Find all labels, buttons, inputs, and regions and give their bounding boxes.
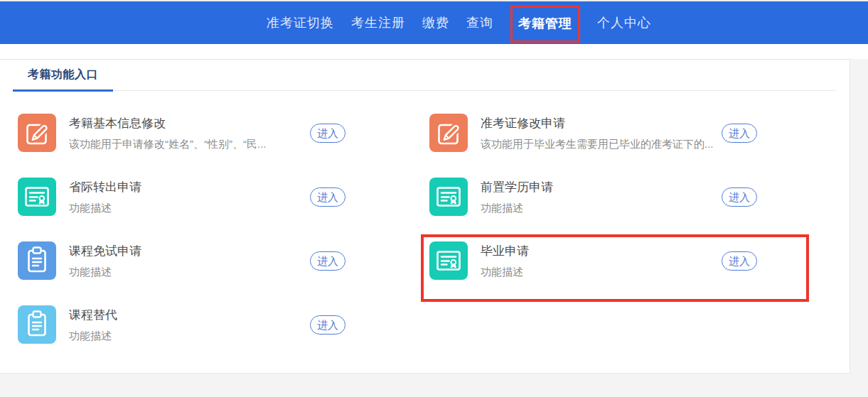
- card-title: 课程替代: [69, 307, 310, 323]
- nav-item-3[interactable]: 查询: [466, 9, 493, 37]
- function-card: 前置学历申请 功能描述 进入: [429, 165, 821, 229]
- edit-icon: [429, 114, 468, 152]
- certificate-icon: [429, 178, 468, 216]
- nav-item-0[interactable]: 准考证切换: [267, 9, 334, 37]
- function-card: 课程免试申请 功能描述 进入: [18, 229, 409, 293]
- function-card: 省际转出申请 功能描述 进入: [18, 165, 409, 229]
- certificate-icon: [18, 178, 56, 216]
- certificate-icon: [429, 241, 468, 280]
- card-text: 毕业申请 功能描述: [481, 243, 722, 279]
- clipboard-icon: [18, 305, 56, 344]
- enter-button[interactable]: 进入: [310, 187, 345, 207]
- card-description: 该功能用于申请修改“姓名”、“性别”、“民...: [69, 138, 310, 151]
- enter-button[interactable]: 进入: [722, 251, 757, 271]
- card-description: 该功能用于毕业考生需要用已毕业的准考证下的...: [481, 138, 722, 151]
- enter-button[interactable]: 进入: [310, 251, 345, 271]
- content-panel: 考籍功能入口 考籍基本信息修改 该功能用于申请修改“姓名”、“性别”、“民...…: [0, 59, 850, 374]
- top-navbar: 准考证切换考生注册缴费查询考籍管理个人中心: [0, 1, 868, 44]
- card-title: 省际转出申请: [69, 179, 310, 195]
- nav-item-label: 准考证切换: [267, 16, 334, 30]
- nav-item-label: 查询: [466, 16, 493, 30]
- card-text: 考籍基本信息修改 该功能用于申请修改“姓名”、“性别”、“民...: [69, 115, 310, 151]
- card-description: 功能描述: [69, 202, 310, 215]
- card-title: 准考证修改申请: [481, 115, 722, 131]
- card-text: 课程免试申请 功能描述: [69, 243, 310, 279]
- card-title: 考籍基本信息修改: [69, 115, 310, 131]
- cards-grid: 考籍基本信息修改 该功能用于申请修改“姓名”、“性别”、“民... 进入 准考证…: [0, 91, 850, 357]
- nav-item-1[interactable]: 考生注册: [351, 9, 405, 37]
- card-title: 课程免试申请: [69, 243, 310, 259]
- function-card: 准考证修改申请 该功能用于毕业考生需要用已毕业的准考证下的... 进入: [429, 101, 821, 165]
- nav-item-label: 考籍管理: [518, 16, 572, 31]
- card-description: 功能描述: [69, 266, 310, 279]
- tab-exam-registry-functions[interactable]: 考籍功能入口: [13, 60, 113, 92]
- nav-item-label: 个人中心: [597, 16, 651, 30]
- page-background: 考籍功能入口 考籍基本信息修改 该功能用于申请修改“姓名”、“性别”、“民...…: [0, 59, 868, 397]
- nav-item-2[interactable]: 缴费: [422, 9, 449, 37]
- card-title: 前置学历申请: [481, 179, 722, 195]
- nav-item-label: 缴费: [422, 16, 449, 30]
- clipboard-icon: [18, 241, 56, 280]
- card-text: 前置学历申请 功能描述: [481, 179, 722, 215]
- edit-icon: [18, 114, 56, 152]
- card-description: 功能描述: [481, 266, 722, 279]
- function-card: 考籍基本信息修改 该功能用于申请修改“姓名”、“性别”、“民... 进入: [18, 101, 409, 165]
- card-text: 省际转出申请 功能描述: [69, 179, 310, 215]
- card-text: 课程替代 功能描述: [69, 307, 310, 343]
- card-description: 功能描述: [69, 330, 310, 343]
- nav-item-5[interactable]: 个人中心: [597, 9, 651, 37]
- tabs-row: 考籍功能入口: [13, 60, 835, 91]
- enter-button[interactable]: 进入: [310, 315, 345, 335]
- enter-button[interactable]: 进入: [722, 187, 757, 207]
- function-card: 课程替代 功能描述 进入: [18, 293, 409, 357]
- card-description: 功能描述: [481, 202, 722, 215]
- card-title: 毕业申请: [481, 243, 722, 259]
- function-card: 毕业申请 功能描述 进入: [429, 229, 821, 293]
- navbar-panel-gap: [0, 44, 868, 59]
- nav-items: 准考证切换考生注册缴费查询考籍管理个人中心: [0, 1, 868, 44]
- nav-item-4[interactable]: 考籍管理: [510, 6, 580, 43]
- enter-button[interactable]: 进入: [310, 124, 345, 143]
- card-text: 准考证修改申请 该功能用于毕业考生需要用已毕业的准考证下的...: [481, 115, 722, 151]
- nav-item-label: 考生注册: [351, 16, 405, 30]
- enter-button[interactable]: 进入: [722, 124, 757, 143]
